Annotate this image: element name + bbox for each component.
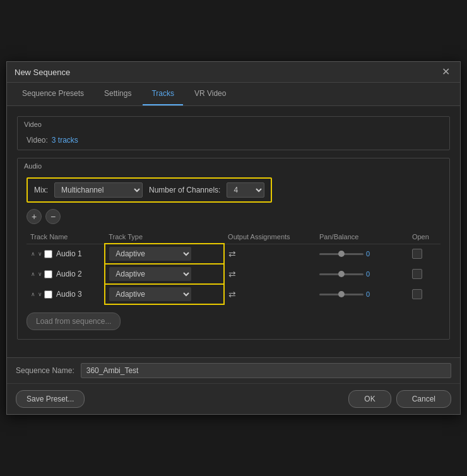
track-1-controls: ∧ ∨ Audio 1 [30,249,100,258]
track-1-open-checkbox[interactable] [412,249,422,259]
audio-section: Audio Mix: Multichannel Stereo 5.1 Mono … [17,158,450,340]
tab-bar: Sequence Presets Settings Tracks VR Vide… [7,83,460,106]
mix-select[interactable]: Multichannel Stereo 5.1 Mono Adaptive [54,182,143,198]
track-3-output-cell: ⇄ [224,284,316,304]
track-1-checkbox[interactable] [44,250,52,258]
track-1-up-btn[interactable]: ∧ [30,251,36,257]
track-1-controls-cell: ∧ ∨ Audio 1 [27,244,105,264]
track-2-open-cell [408,264,440,284]
track-1-pan-value: 0 [366,250,375,258]
add-track-button[interactable]: + [27,209,42,224]
table-row: ∧ ∨ Audio 3 Adaptive Standa [27,284,440,304]
track-2-name: Audio 2 [56,270,82,278]
track-2-output-icon: ⇄ [228,269,236,279]
dialog-title: New Sequence [15,68,70,77]
track-1-pan-cell: 0 [316,244,408,264]
col-header-name: Track Name [27,230,105,244]
col-header-open: Open [408,230,440,244]
track-2-type-cell: Adaptive Standard5.1MonoStereo [105,264,224,284]
col-header-pan: Pan/Balance [316,230,408,244]
track-3-pan-slider[interactable] [319,294,364,295]
track-3-controls-cell: ∧ ∨ Audio 3 [27,284,105,304]
channels-label: Number of Channels: [149,186,220,194]
tab-tracks[interactable]: Tracks [143,83,183,105]
load-sequence-button[interactable]: Load from sequence... [27,312,121,330]
track-3-open-cell [408,284,440,304]
audio-section-label: Audio [18,158,449,172]
track-3-pan-value: 0 [366,290,375,298]
video-field-label: Video: [27,136,48,145]
track-3-open-checkbox[interactable] [412,289,422,299]
track-3-name: Audio 3 [56,290,82,299]
table-row: ∧ ∨ Audio 2 Adaptive Standa [27,264,440,284]
dialog-buttons: OK Cancel [348,390,451,408]
track-2-pan-cell: 0 [316,264,408,284]
track-2-down-btn[interactable]: ∨ [37,271,43,277]
track-2-output-cell: ⇄ [224,264,316,284]
video-track-count: 3 tracks [52,136,78,145]
sequence-name-input[interactable] [81,363,451,378]
tab-settings[interactable]: Settings [95,83,140,105]
mix-label: Mix: [34,186,48,194]
sequence-name-label: Sequence Name: [16,366,74,375]
track-1-output-icon: ⇄ [228,249,236,259]
track-3-checkbox[interactable] [44,290,52,299]
track-1-output-cell: ⇄ [224,244,316,264]
action-row: Save Preset... OK Cancel [7,384,460,414]
remove-track-button[interactable]: − [45,209,61,224]
track-3-type-select[interactable]: Adaptive Standard5.1MonoStereo [109,287,191,301]
track-2-controls: ∧ ∨ Audio 2 [30,270,100,278]
track-2-open-checkbox[interactable] [412,269,422,279]
track-3-type-cell: Adaptive Standard5.1MonoStereo [105,284,224,304]
channels-select[interactable]: 1234 56816 [227,182,264,198]
close-button[interactable]: ✕ [439,67,452,77]
video-section-body: Video: 3 tracks [18,131,449,150]
track-2-up-btn[interactable]: ∧ [30,271,36,277]
track-1-pan-slider[interactable] [319,253,364,255]
add-remove-row: + − [27,209,440,224]
col-header-output: Output Assignments [224,230,316,244]
table-row: ∧ ∨ Audio 1 Adaptive Standa [27,244,440,264]
ok-button[interactable]: OK [348,390,391,408]
col-header-type: Track Type [105,230,224,244]
track-2-pan-container: 0 [319,270,382,278]
track-1-pan-container: 0 [319,250,382,258]
bottom-bar: Sequence Name: Save Preset... OK Cancel [7,357,460,414]
main-content: Video Video: 3 tracks Audio Mix: Multich… [7,106,460,357]
track-1-open-cell [408,244,440,264]
track-2-type-select[interactable]: Adaptive Standard5.1MonoStereo [109,267,191,281]
track-3-output-icon: ⇄ [228,289,236,299]
track-2-checkbox[interactable] [44,270,52,278]
sequence-name-row: Sequence Name: [7,358,460,384]
new-sequence-dialog: New Sequence ✕ Sequence Presets Settings… [6,61,461,415]
track-3-down-btn[interactable]: ∨ [37,292,43,297]
track-table-wrapper: Track Name Track Type Output Assignments… [27,230,440,305]
track-3-pan-container: 0 [319,290,382,298]
tab-sequence-presets[interactable]: Sequence Presets [13,83,93,105]
track-2-controls-cell: ∧ ∨ Audio 2 [27,264,105,284]
track-table: Track Name Track Type Output Assignments… [27,230,440,305]
title-bar: New Sequence ✕ [7,62,460,83]
cancel-button[interactable]: Cancel [396,390,451,408]
track-2-pan-value: 0 [366,270,375,278]
mix-row: Mix: Multichannel Stereo 5.1 Mono Adapti… [27,177,272,203]
track-1-type-select[interactable]: Adaptive Standard5.1MonoStereo [109,247,191,261]
save-preset-button[interactable]: Save Preset... [16,390,85,408]
track-2-pan-slider[interactable] [319,273,364,275]
track-1-type-cell: Adaptive Standard5.1MonoStereo [105,244,224,264]
track-1-down-btn[interactable]: ∨ [37,251,43,257]
track-3-up-btn[interactable]: ∧ [30,292,36,297]
video-section-label: Video [18,117,449,131]
video-section: Video Video: 3 tracks [17,116,450,150]
track-1-name: Audio 1 [56,249,82,258]
track-3-pan-cell: 0 [316,284,408,304]
tab-vr-video[interactable]: VR Video [186,83,235,105]
audio-section-body: Mix: Multichannel Stereo 5.1 Mono Adapti… [18,172,449,339]
track-3-controls: ∧ ∨ Audio 3 [30,290,100,299]
